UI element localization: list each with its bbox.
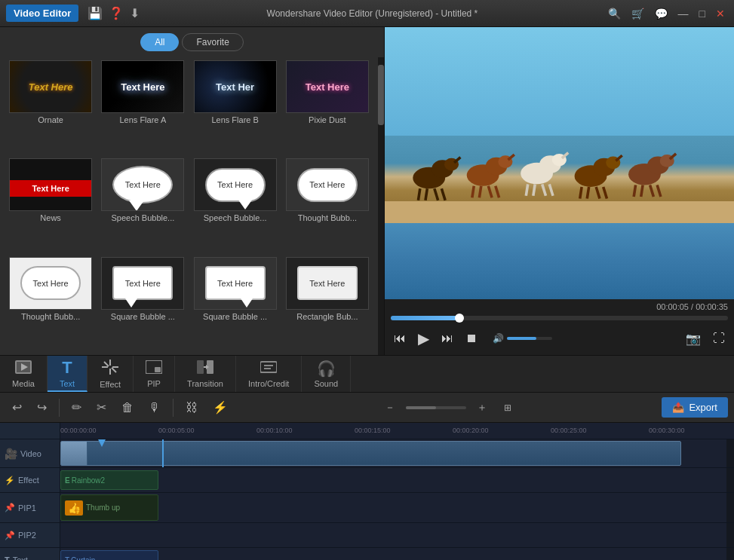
svg-line-30 (596, 187, 600, 198)
main-content: All Favorite Text Here Ornate Text Here (0, 27, 734, 355)
playback-controls: ⏮ ▶ ⏭ ⏹ 🔊 📷 ⛶ (391, 325, 728, 352)
preset-rect-bubble[interactable]: Text Here Rectangle Bub... (283, 257, 372, 352)
timeline: 00:00:00:00 00:00:05:00 00:00:10:00 00:0… (0, 423, 734, 560)
preset-speech-bubble-b[interactable]: Text Here Speech Bubble... (191, 158, 280, 253)
track-data-video[interactable] (60, 439, 726, 467)
effect-clip[interactable]: E Rainbow2 (60, 470, 158, 490)
stop-button[interactable]: ⏹ (462, 330, 481, 347)
preset-square-bubble-b[interactable]: Text Here Square Bubble ... (191, 257, 280, 352)
video-clip[interactable] (60, 441, 681, 466)
tab-sound[interactable]: 🎧 Sound (302, 356, 351, 392)
preset-square-bubble-a[interactable]: Text Here Square Bubble ... (98, 257, 187, 352)
title-bar: Video Editor 💾 ❓ ⬇ Wondershare Video Edi… (0, 0, 734, 27)
progress-handle[interactable] (455, 314, 464, 323)
svg-line-15 (496, 186, 499, 197)
preset-ornate[interactable]: Text Here Ornate (6, 60, 95, 155)
track-data-pip1[interactable]: 👍 Thumb up (60, 493, 726, 522)
delete-button[interactable]: 🗑 (115, 398, 140, 418)
preset-pixie-dust[interactable]: Text Here Pixie Dust (283, 60, 372, 155)
tab-media[interactable]: Media (0, 356, 48, 392)
edit-toolbar: ↩ ↪ ✏ ✂ 🗑 🎙 ⛓ ⚡ － ＋ ⊞ 📤 Export (0, 393, 734, 423)
tab-intro-credit[interactable]: Intro/Credit (236, 356, 302, 392)
svg-line-39 (657, 185, 661, 197)
redo-button[interactable]: ↪ (31, 397, 53, 418)
zoom-slider[interactable] (406, 406, 466, 409)
playhead-line (162, 439, 164, 467)
right-panel: 00:00:05 / 00:00:35 ⏮ ▶ ⏭ ⏹ 🔊 (385, 27, 734, 355)
tab-text[interactable]: T Text (48, 356, 88, 392)
preset-rect-bubble-label: Rectangle Bub... (296, 312, 358, 321)
progress-bar[interactable] (391, 316, 728, 320)
preset-lens-flare-b[interactable]: Text Her Lens Flare B (191, 60, 280, 155)
text-clip-tlabel: T (65, 556, 69, 561)
tab-pip[interactable]: PIP (134, 356, 175, 392)
toolbar-sep-2 (173, 399, 174, 417)
zoom-in-button[interactable]: ＋ (471, 398, 493, 418)
video-track-icon: 🎥 (5, 448, 17, 460)
zoom-out-button[interactable]: － (379, 398, 401, 418)
svg-line-23 (549, 185, 553, 196)
tab-transition[interactable]: Transition (175, 356, 236, 392)
svg-line-4 (419, 188, 420, 200)
volume-icon[interactable]: 🔊 (493, 333, 504, 344)
tab-media-label: Media (12, 379, 35, 388)
track-row-video: 🎥 Video (0, 439, 734, 468)
svg-line-47 (104, 362, 109, 366)
preset-square-bubble-a-label: Square Bubble ... (111, 312, 175, 321)
svg-rect-55 (260, 362, 277, 372)
track-data-text[interactable]: T Curtain (60, 548, 726, 560)
search-titlebar-icon[interactable]: 🔍 (605, 6, 624, 21)
undo-button[interactable]: ↩ (6, 397, 28, 418)
preset-thought-bubble-a[interactable]: Text Here Thought Bubb... (283, 158, 372, 253)
help-icon[interactable]: ❓ (109, 6, 124, 20)
zoom-fit-button[interactable]: ⊞ (498, 399, 517, 416)
skip-back-button[interactable]: ⏮ (391, 330, 409, 347)
track-data-effect[interactable]: E Rainbow2 (60, 468, 726, 492)
svg-line-31 (603, 187, 607, 198)
download-icon[interactable]: ⬇ (130, 6, 140, 20)
export-button[interactable]: 📤 Export (662, 397, 728, 418)
record-button[interactable]: 🎙 (143, 398, 167, 418)
zoom-fill (406, 406, 436, 409)
shop-icon[interactable]: 🛒 (628, 6, 647, 21)
pip1-clip[interactable]: 👍 Thumb up (60, 494, 158, 521)
effect-track-label: Effect (18, 476, 39, 485)
tab-sound-label: Sound (314, 379, 338, 388)
volume-slider[interactable] (507, 337, 552, 340)
minimize-button[interactable]: — (675, 6, 692, 21)
tab-effect[interactable]: Effect (88, 356, 134, 392)
preset-lens-flare-a[interactable]: Text Here Lens Flare A (98, 60, 187, 155)
maximize-button[interactable]: □ (696, 6, 708, 21)
text-clip[interactable]: T Curtain (60, 550, 158, 560)
tab-pip-label: PIP (147, 379, 161, 388)
play-button[interactable]: ▶ (415, 328, 432, 349)
preset-scrollbar[interactable] (378, 57, 384, 355)
cut-button[interactable]: ✂ (91, 397, 112, 418)
time-display: 00:00:05 / 00:00:35 (391, 302, 728, 311)
preset-news[interactable]: Text Here News (6, 158, 95, 253)
save-icon[interactable]: 💾 (88, 6, 103, 20)
svg-line-29 (587, 187, 588, 198)
ruler-ticks[interactable]: 00:00:00:00 00:00:05:00 00:00:10:00 00:0… (60, 423, 734, 439)
split-button[interactable]: ⚡ (207, 397, 234, 418)
preset-thought-bubble-b[interactable]: Text Here Thought Bubb... (6, 257, 95, 352)
chat-icon[interactable]: 💬 (652, 6, 671, 21)
ruler-tick-5: 00:00:05:00 (158, 427, 195, 434)
fullscreen-button[interactable]: ⛶ (710, 330, 728, 347)
track-data-pip2[interactable] (60, 523, 726, 547)
filter-tab-favorite[interactable]: Favorite (182, 33, 243, 51)
snapshot-button[interactable]: 📷 (683, 330, 704, 347)
edit-button[interactable]: ✏ (66, 397, 88, 418)
track-right-scroll-pip2 (726, 523, 734, 547)
pip2-track-icon: 📌 (5, 531, 15, 540)
effect-icon (102, 360, 118, 378)
detach-audio-button[interactable]: ⛓ (180, 398, 204, 418)
preset-thought-bubble-b-label: Thought Bubb... (21, 312, 80, 321)
close-button[interactable]: ✕ (713, 6, 728, 21)
preset-speech-bubble-a-label: Speech Bubble... (111, 213, 174, 222)
preset-speech-bubble-a[interactable]: Text Here Speech Bubble... (98, 158, 187, 253)
pip2-track-label: PIP2 (18, 531, 36, 540)
ruler-tick-0: 00:00:00:00 (60, 427, 97, 434)
skip-frame-button[interactable]: ⏭ (438, 330, 456, 347)
filter-tab-all[interactable]: All (140, 33, 179, 51)
